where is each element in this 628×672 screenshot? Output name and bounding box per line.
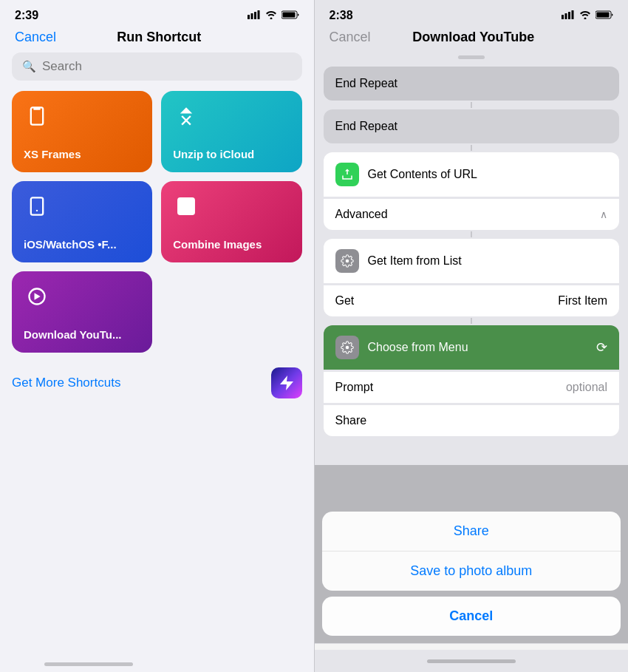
end-repeat-2-label: End Repeat [335, 120, 398, 132]
advanced-row[interactable]: Advanced ∧ [324, 198, 620, 230]
get-item-icon [335, 249, 359, 273]
share-label: Share [335, 414, 367, 427]
right-nav-bar: Cancel Download YouTube [315, 27, 629, 52]
left-time: 2:39 [15, 9, 38, 22]
get-first-label: Get [335, 294, 355, 308]
right-nav-title: Download YouTube [412, 30, 534, 45]
chevron-up-icon: ∧ [600, 208, 607, 220]
shortcut-tile-download-youtube[interactable]: Download YouTu... [12, 271, 152, 353]
prompt-label: Prompt [335, 381, 374, 394]
left-home-indicator [44, 662, 133, 666]
svg-rect-3 [257, 10, 259, 19]
home-bar [427, 659, 516, 663]
get-item-item[interactable]: Get Item from List [324, 239, 620, 283]
download-youtube-label: Download YouTu... [24, 328, 140, 341]
get-first-value: First Item [558, 294, 607, 308]
action-sheet: Share Save to photo album Cancel [315, 512, 629, 643]
svg-point-11 [36, 210, 38, 211]
shortcut-tile-xs-frames[interactable]: XS Frames [12, 91, 152, 172]
shortcut-tile-unzip[interactable]: Unzip to iCloud [161, 91, 301, 172]
left-nav-title: Run Shortcut [117, 30, 201, 45]
connector-1 [471, 102, 472, 108]
unzip-label: Unzip to iCloud [173, 148, 290, 160]
svg-rect-19 [597, 12, 610, 17]
svg-point-21 [345, 346, 349, 350]
ios-watchos-label: iOS/WatchOS •F... [24, 238, 140, 251]
svg-rect-2 [254, 12, 256, 19]
action-cancel-button[interactable]: Cancel [322, 597, 621, 636]
svg-rect-17 [572, 10, 574, 19]
svg-rect-1 [250, 13, 253, 19]
search-input[interactable] [42, 59, 292, 74]
right-panel: 2:38 [315, 0, 629, 672]
right-time: 2:38 [330, 9, 353, 22]
svg-rect-7 [33, 107, 40, 110]
ios-watchos-icon [24, 193, 50, 220]
svg-rect-15 [565, 13, 567, 19]
right-status-icons [562, 10, 613, 21]
action-save-photo-button[interactable]: Save to photo album [322, 551, 621, 591]
get-contents-item[interactable]: Get Contents of URL [324, 152, 620, 197]
action-sheet-overlay: Share Save to photo album Cancel Save to… [315, 465, 629, 672]
choose-menu-label: Choose from Menu [368, 341, 468, 354]
share-row[interactable]: Share [324, 404, 620, 436]
shortcuts-grid: XS Frames Unzip to iCloud iOS/WatchOS •F… [0, 91, 314, 353]
loading-spinner: ⟳ [596, 339, 607, 356]
get-more-shortcuts-button[interactable]: Get More Shortcuts [12, 376, 120, 390]
shortcut-tile-ios-watchos[interactable]: iOS/WatchOS •F... [12, 181, 152, 262]
right-status-bar: 2:38 [315, 0, 629, 27]
get-contents-label: Get Contents of URL [368, 168, 478, 181]
connector-4 [471, 318, 472, 324]
download-youtube-icon [24, 283, 50, 310]
left-status-icons [248, 10, 299, 21]
svg-rect-5 [282, 12, 295, 17]
connector-2 [471, 145, 472, 151]
end-repeat-1-item[interactable]: End Repeat [324, 67, 620, 101]
end-repeat-1-label: End Repeat [335, 77, 398, 89]
unzip-icon [173, 103, 199, 129]
advanced-label: Advanced [335, 208, 388, 221]
svg-rect-0 [248, 15, 250, 19]
shortcut-tile-combine-images[interactable]: Combine Images [161, 181, 301, 262]
get-item-label: Get Item from List [368, 254, 462, 268]
combine-images-label: Combine Images [173, 238, 290, 251]
svg-rect-12 [179, 199, 194, 214]
get-contents-row: Get Contents of URL [335, 163, 608, 186]
svg-rect-16 [568, 12, 570, 19]
left-panel: 2:39 [0, 0, 314, 672]
svg-point-20 [345, 259, 349, 263]
get-contents-icon [335, 163, 359, 186]
xs-frames-icon [24, 103, 50, 129]
svg-rect-14 [562, 15, 564, 19]
shortcuts-app-icon [271, 367, 302, 398]
right-home-indicator [315, 650, 629, 672]
prompt-row[interactable]: Prompt optional [324, 371, 620, 403]
choose-menu-icon [335, 336, 359, 359]
choose-menu-item[interactable]: Choose from Menu ⟳ [324, 325, 620, 370]
battery-icon [281, 10, 299, 21]
right-battery-icon [595, 10, 613, 21]
svg-rect-10 [31, 197, 43, 214]
left-cancel-button[interactable]: Cancel [15, 30, 56, 45]
search-icon: 🔍 [22, 60, 36, 73]
left-nav-bar: Cancel Run Shortcut [0, 27, 314, 52]
action-share-button[interactable]: Share [322, 512, 621, 551]
right-signal-icon [562, 10, 575, 21]
get-more-row: Get More Shortcuts [0, 353, 314, 398]
xs-frames-label: XS Frames [24, 148, 140, 160]
choose-menu-row: Choose from Menu ⟳ [335, 336, 608, 359]
signal-icon [248, 10, 261, 21]
connector-3 [471, 231, 472, 237]
wifi-icon [265, 10, 277, 21]
end-repeat-2-item[interactable]: End Repeat [324, 109, 620, 143]
left-status-bar: 2:39 [0, 0, 314, 27]
combine-images-icon [173, 193, 199, 220]
right-cancel-button[interactable]: Cancel [330, 30, 371, 45]
action-group-main: Share Save to photo album [322, 512, 621, 591]
get-item-row: Get Item from List [335, 249, 608, 273]
search-bar[interactable]: 🔍 [12, 52, 302, 81]
get-first-sub-row[interactable]: Get First Item [324, 285, 620, 316]
prompt-placeholder: optional [566, 381, 607, 394]
right-wifi-icon [579, 10, 591, 21]
drag-handle [458, 55, 485, 59]
